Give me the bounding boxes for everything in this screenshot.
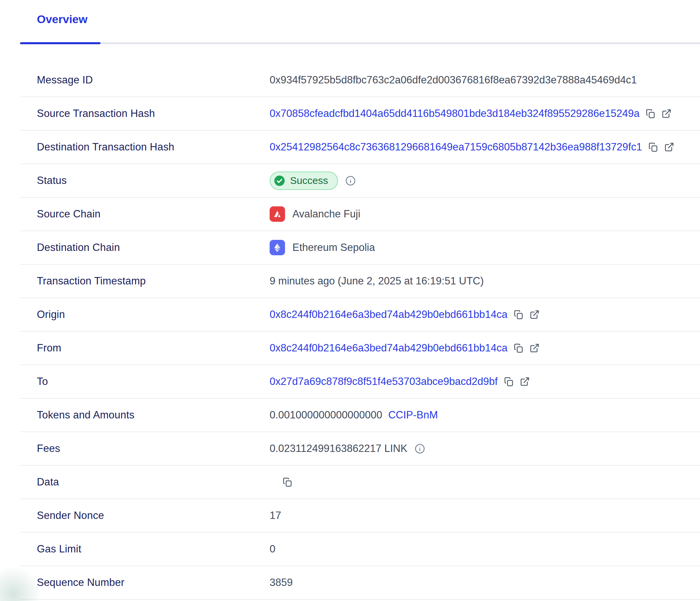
- ethereum-icon: [270, 240, 285, 255]
- row-label: To: [37, 376, 270, 387]
- copy-icon[interactable]: [282, 477, 292, 487]
- row-label: Source Transaction Hash: [37, 107, 270, 120]
- table-row-source-tx-hash: Source Transaction Hash 0x70858cfeadcfbd…: [20, 97, 700, 131]
- external-link-icon[interactable]: [520, 377, 530, 386]
- row-label: Sequence Number: [37, 577, 270, 589]
- to-address-link[interactable]: 0x27d7a69c878f9c8f51f4e53703abce9bacd2d9…: [270, 376, 498, 387]
- copy-icon[interactable]: [645, 108, 655, 119]
- table-row-status: Status Success: [20, 164, 700, 198]
- table-row-destination-tx-hash: Destination Transaction Hash 0x254129825…: [20, 131, 700, 164]
- token-amount-value: 0.001000000000000000: [270, 409, 382, 421]
- table-row-transaction-timestamp: Transaction Timestamp 9 minutes ago (Jun…: [20, 265, 700, 298]
- copy-icon[interactable]: [648, 142, 658, 152]
- destination-tx-hash-link[interactable]: 0x25412982564c8c7363681296681649ea7159c6…: [270, 141, 642, 153]
- row-label: From: [37, 342, 270, 354]
- row-label: Destination Chain: [37, 242, 270, 254]
- from-address-link[interactable]: 0x8c244f0b2164e6a3bed74ab429b0ebd661bb14…: [270, 342, 507, 354]
- sequence-number-value: 3859: [270, 577, 293, 589]
- avalanche-icon: [270, 206, 285, 222]
- destination-chain-name: Ethereum Sepolia: [292, 242, 375, 254]
- row-label: Fees: [37, 443, 270, 455]
- message-id-value: 0x934f57925b5d8fbc763c2a06dfe2d003676816…: [270, 74, 637, 86]
- external-link-icon[interactable]: [664, 142, 674, 152]
- table-row-gas-limit: Gas Limit 0: [20, 533, 700, 566]
- table-row-tokens-and-amounts: Tokens and Amounts 0.001000000000000000 …: [20, 399, 700, 432]
- table-row-from: From 0x8c244f0b2164e6a3bed74ab429b0ebd66…: [20, 332, 700, 365]
- copy-icon[interactable]: [514, 343, 524, 353]
- row-label: Sender Nonce: [37, 509, 270, 522]
- table-row-sender-nonce: Sender Nonce 17: [20, 499, 700, 533]
- row-label: Message ID: [37, 74, 270, 86]
- row-label: Gas Limit: [37, 543, 270, 555]
- copy-icon[interactable]: [514, 309, 524, 320]
- transaction-details-table: Message ID 0x934f57925b5d8fbc763c2a06dfe…: [20, 64, 700, 600]
- table-row-data: Data: [20, 466, 700, 499]
- fees-value: 0.023112499163862217 LINK: [270, 443, 407, 455]
- row-label: Origin: [37, 308, 270, 321]
- row-label: Data: [37, 476, 270, 488]
- external-link-icon[interactable]: [661, 108, 672, 119]
- source-chain-name: Avalanche Fuji: [292, 208, 360, 220]
- source-tx-hash-link[interactable]: 0x70858cfeadcfbd1404a65dd4116b549801bde3…: [270, 107, 640, 120]
- tab-track: [20, 42, 700, 44]
- tab-active-indicator: [20, 42, 100, 44]
- table-row-source-chain: Source Chain Avalanche Fuji: [20, 198, 700, 231]
- info-icon[interactable]: [345, 176, 356, 186]
- check-circle-icon: [273, 175, 286, 187]
- token-symbol-link[interactable]: CCIP-BnM: [388, 409, 438, 421]
- copy-icon[interactable]: [504, 377, 514, 386]
- table-row-origin: Origin 0x8c244f0b2164e6a3bed74ab429b0ebd…: [20, 298, 700, 332]
- ccip-transaction-overview-page: Overview Message ID 0x934f57925b5d8fbc76…: [0, 0, 700, 601]
- row-label: Source Chain: [37, 208, 270, 220]
- table-row-destination-chain: Destination Chain Ethereum Sepolia: [20, 231, 700, 265]
- table-row-to: To 0x27d7a69c878f9c8f51f4e53703abce9bacd…: [20, 365, 700, 399]
- tab-bar: Overview: [0, 0, 700, 44]
- sender-nonce-value: 17: [270, 509, 281, 522]
- gas-limit-value: 0: [270, 543, 275, 555]
- row-label: Transaction Timestamp: [37, 275, 270, 287]
- tab-overview[interactable]: Overview: [37, 13, 88, 26]
- row-label: Status: [37, 175, 270, 186]
- status-badge: Success: [270, 172, 338, 190]
- row-label: Tokens and Amounts: [37, 409, 270, 421]
- external-link-icon[interactable]: [529, 309, 540, 320]
- table-row-message-id: Message ID 0x934f57925b5d8fbc763c2a06dfe…: [20, 64, 700, 97]
- transaction-timestamp-value: 9 minutes ago (June 2, 2025 at 16:19:51 …: [270, 275, 484, 287]
- table-row-fees: Fees 0.023112499163862217 LINK: [20, 432, 700, 466]
- row-label: Destination Transaction Hash: [37, 141, 270, 153]
- table-row-sequence-number: Sequence Number 3859: [20, 566, 700, 600]
- status-badge-label: Success: [290, 175, 328, 186]
- origin-address-link[interactable]: 0x8c244f0b2164e6a3bed74ab429b0ebd661bb14…: [270, 308, 507, 321]
- external-link-icon[interactable]: [529, 343, 540, 353]
- info-icon[interactable]: [415, 444, 425, 454]
